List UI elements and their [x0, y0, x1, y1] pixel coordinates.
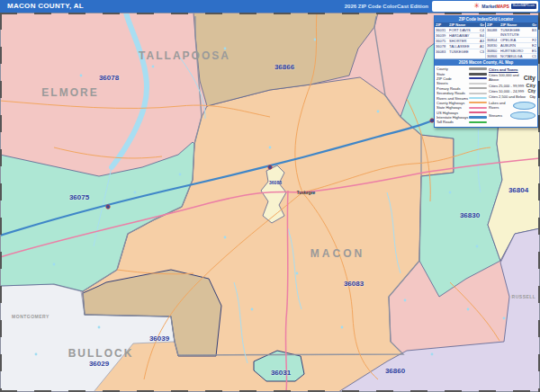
map-area: ELMORE TALLAPOOSA MACON BULLOCK MONTGOME… [0, 13, 540, 392]
col-zip: ZIP [486, 22, 500, 27]
water-legend-row: Lakes and Rivers [489, 101, 536, 110]
legend-swatch [469, 102, 487, 103]
county-label-macon: MACON [310, 247, 364, 260]
water-oval-icon [513, 102, 536, 110]
publisher-logo: ✳ MarketMAPS MarketMAPS.com [432, 1, 538, 12]
logo-brand: MarketMAPS [482, 4, 509, 9]
zip-index-header: ZIP ZIP Name Gr [435, 22, 485, 27]
map-legend-body: County State ZIP Code Streets Primary Ro… [435, 66, 537, 127]
zip-index-row: 36075SHORTERA3 [435, 38, 485, 43]
zip-index-row: 36083TUSKEGEEC3 [435, 49, 485, 54]
city-sample: City [526, 83, 536, 88]
zip-label-36860: 36860 [385, 367, 405, 375]
zip-label-36031: 36031 [271, 369, 291, 377]
legend-box: ZIP Code Index/Grid Locator ZIP ZIP Name… [434, 15, 538, 128]
legend-swatch [469, 121, 487, 123]
zip-label-36083: 36083 [344, 280, 364, 288]
city-class-row: Cities 2,500 and BelowCity [489, 94, 536, 99]
logo-sub: MarketMAPS.com [511, 4, 536, 8]
county-label-elmore: ELMORE [41, 86, 98, 99]
legend-swatch [469, 83, 487, 85]
zip-index-right-column: ZIP ZIP Name Gr 36088TUSKEGEE INSTITUTEB… [486, 22, 537, 58]
water-oval-icon [510, 111, 536, 120]
zip-index-row: 36830AUBURNE2 [486, 42, 537, 48]
map-title: MACON COUNTY, AL [7, 2, 84, 10]
legend-symbols-column: County State ZIP Code Streets Primary Ro… [436, 67, 487, 125]
zip-index-row: 36031FORT DAVISC4 [435, 27, 485, 32]
zip-label-36830: 36830 [460, 211, 480, 219]
legend-swatch [469, 87, 487, 89]
county-label-montgomery: MONTGOMERY [12, 314, 50, 319]
legend-swatch [469, 77, 487, 79]
zip-index-row: 36088TUSKEGEE INSTITUTEB3 [486, 27, 537, 37]
county-label-bullock: BULLOCK [68, 347, 134, 360]
edition-label: 2026 ZIP Code ColorCast Edition [345, 4, 428, 9]
zip-index-table: ZIP ZIP Name Gr 36031FORT DAVISC4 36039H… [435, 22, 537, 59]
zip-index-left-column: ZIP ZIP Name Gr 36031FORT DAVISC4 36039H… [435, 22, 486, 58]
city-class-row: Cities 10,000 - 24,999City [489, 89, 536, 94]
zip-label-36078: 36078 [99, 74, 119, 82]
legend-cities-column: Cities and Towns Cities 100,000 and Abov… [489, 67, 536, 125]
legend-swatch [469, 67, 487, 70]
legend-swatch [469, 97, 487, 99]
zip-index-title: ZIP Code Index/Grid Locator [435, 16, 537, 22]
legend-swatch [469, 93, 487, 94]
zip-label-36039: 36039 [149, 334, 169, 343]
logo-burst-icon: ✳ [474, 3, 481, 10]
zip-label-36866: 36866 [274, 63, 294, 71]
city-class-row: Cities 100,000 and AboveCity [489, 73, 536, 82]
cities-title: Cities and Towns [489, 67, 536, 72]
title-bar: MACON COUNTY, AL 2026 ZIP Code ColorCast… [0, 0, 540, 13]
county-label-tallapoosa: TALLAPOOSA [139, 49, 230, 62]
map-page: MACON COUNTY, AL 2026 ZIP Code ColorCast… [0, 0, 540, 392]
col-zip: ZIP [435, 22, 449, 27]
zip-index-row: 36804OPELIKAF2 [486, 37, 537, 42]
legend-swatch [469, 107, 487, 109]
map-legend-title: 2026 Macon County, AL Map [435, 59, 537, 66]
zip-label-36804: 36804 [508, 186, 528, 194]
city-label-tuskegee: Tuskegee [297, 191, 315, 195]
county-label-russell: RUSSELL [512, 294, 536, 299]
legend-swatch [469, 111, 487, 113]
col-name: ZIP Name [500, 22, 529, 27]
legend-swatch [469, 73, 487, 76]
zip-label-36029: 36029 [89, 360, 109, 368]
zip-index-row: 36039HARDAWAYB4 [435, 32, 485, 38]
col-grid: Gr [529, 22, 537, 27]
zip-index-row: 36078TALLASSEEA1 [435, 43, 485, 49]
col-name: ZIP Name [449, 22, 477, 27]
city-class-row: Cities 25,000 - 99,999City [489, 83, 536, 88]
legend-swatch [469, 116, 487, 119]
zip-index-row: 36860HURTSBOROE5 [486, 48, 537, 53]
city-sample: City [527, 89, 536, 94]
city-sample: City [529, 95, 536, 99]
col-grid: Gr [477, 22, 485, 27]
zip-index-header: ZIP ZIP Name Gr [486, 22, 537, 27]
city-sample: City [524, 75, 536, 81]
water-legend-row: Streams [489, 111, 536, 120]
zip-label-36088: 36088 [269, 180, 282, 185]
legend-item: Toll Roads [436, 120, 487, 124]
zip-label-36075: 36075 [69, 193, 89, 201]
zip-index-row: 36866NOTASULGAC1 [486, 53, 537, 58]
